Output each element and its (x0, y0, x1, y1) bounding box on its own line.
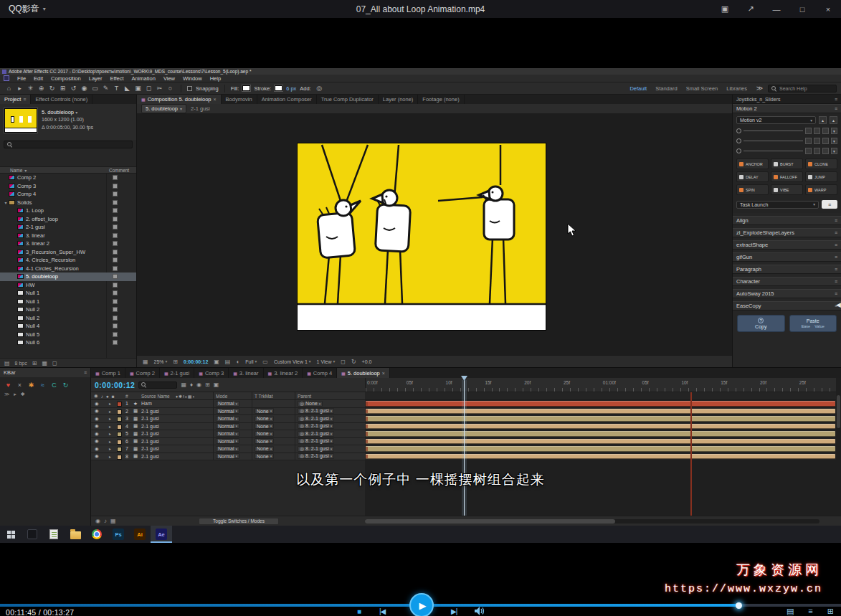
motion-arrow-button[interactable]: ▾ (831, 148, 837, 154)
column-number[interactable]: # (125, 392, 128, 399)
pan-behind-tool[interactable]: ◉ (80, 85, 89, 92)
rotation-tool[interactable]: ↺ (69, 85, 78, 92)
layer-color-chip[interactable] (117, 432, 122, 437)
layer-duration-bar[interactable] (366, 409, 835, 414)
horizontal-scrollbar[interactable] (365, 519, 819, 523)
column-source-name[interactable]: Source Name (141, 392, 170, 399)
puppet-pin-tool[interactable]: ○ (166, 85, 175, 92)
panel-easecopy[interactable]: EaseCopy≡ (733, 301, 841, 311)
copy-ease-button[interactable]: ? Copy (737, 315, 785, 332)
layer-color-chip[interactable] (117, 425, 122, 430)
region-of-interest-icon[interactable]: ▭ (262, 359, 268, 365)
taskbar-app-console[interactable] (22, 526, 43, 543)
warp-button[interactable]: WARP (805, 184, 837, 195)
panel-extractshape[interactable]: extractShape≡ (733, 240, 841, 250)
comp-current-time[interactable]: 0:00:00:12 (184, 359, 208, 364)
label-chip[interactable] (113, 250, 118, 255)
trkmat-value[interactable]: None ▾ (255, 408, 274, 414)
comp-tab[interactable]: Footage (none) (418, 95, 464, 104)
label-chip[interactable] (113, 233, 118, 238)
kbar-heart-icon[interactable]: ♥ (4, 381, 12, 389)
bit-depth[interactable]: 8 bpc (15, 361, 27, 366)
parent-value[interactable]: ◎ 8. 2-1 gusi ▾ (298, 423, 334, 429)
layer-color-chip[interactable] (117, 455, 122, 460)
menu-effect[interactable]: Effect (110, 75, 123, 82)
project-item[interactable]: 2-1 gusi (0, 223, 136, 232)
fill-swatch[interactable] (242, 85, 250, 91)
panel-menu-icon[interactable]: ≡ (84, 370, 87, 375)
panel-menu-icon[interactable]: ≡ (835, 242, 837, 247)
motion-mini-button[interactable] (822, 128, 829, 134)
mode-value[interactable]: Normal ▾ (216, 453, 239, 459)
workspace-standard[interactable]: Standard (655, 85, 677, 92)
slider-track[interactable] (743, 141, 803, 141)
close-icon[interactable]: × (815, 0, 841, 18)
project-item[interactable]: 4. Circles_Recursion (0, 256, 136, 265)
composition-mini-icon[interactable]: ▦ (181, 382, 186, 388)
panel-menu-icon[interactable]: ≡ (835, 97, 837, 102)
layer-duration-bar[interactable] (366, 416, 835, 422)
motion-mini-button[interactable] (814, 128, 820, 134)
slider-knob-icon[interactable] (736, 128, 741, 133)
label-chip[interactable] (113, 274, 118, 279)
label-chip[interactable] (113, 283, 118, 288)
fullscreen-icon[interactable]: ⊞ (827, 607, 834, 616)
grid-guides-icon[interactable]: ⊞ (173, 359, 178, 365)
menu-layer[interactable]: Layer (89, 75, 103, 82)
anchor-preset-icon[interactable]: ▴ (819, 116, 827, 124)
show-snapshot-icon[interactable]: ▤ (225, 359, 231, 365)
timeline-tab[interactable]: ▦Comp 1 (91, 368, 125, 378)
panel-collapse-arrow[interactable]: ◀ (836, 301, 841, 308)
layer-color-chip[interactable] (117, 417, 122, 422)
start-button[interactable] (0, 526, 22, 543)
kbar-overflow-icon[interactable]: ≫ (4, 392, 9, 397)
menu-window[interactable]: Window (183, 75, 202, 82)
orbit-camera-tool[interactable]: ↻ (47, 85, 57, 92)
motion-mini-button[interactable] (814, 138, 820, 144)
paste-ease-option[interactable]: Ease (802, 324, 811, 328)
label-chip[interactable] (113, 184, 118, 189)
expand-icon[interactable]: ▸ (109, 415, 111, 422)
label-chip[interactable] (113, 241, 118, 246)
switches-mini-icon[interactable]: ▦ (110, 518, 116, 524)
panel-kbar[interactable]: KBar ≡ (0, 368, 90, 377)
mode-value[interactable]: Normal ▾ (216, 438, 239, 444)
parent-value[interactable]: ◎ 8. 2-1 gusi ▾ (298, 431, 334, 437)
comp-thumbnail[interactable] (4, 108, 37, 133)
eye-icon[interactable]: ◉ (95, 423, 99, 430)
trkmat-value[interactable]: None ▾ (255, 453, 274, 459)
tab-joysticks-n-sliders[interactable]: Joysticks_n_Sliders ≡ (733, 95, 841, 104)
task-launch-dropdown[interactable]: Task Launch ▾ (736, 201, 819, 209)
motion-blur-icon[interactable]: ◉ (196, 382, 201, 388)
pan-camera-tool[interactable]: ⊞ (58, 85, 67, 92)
layer-mode-dropdown[interactable]: Normal ▾ (213, 445, 249, 452)
scrollbar-thumb[interactable] (365, 519, 615, 523)
scrollbar-thumb[interactable] (837, 395, 840, 428)
layer-trkmat-dropdown[interactable]: None ▾ (252, 453, 290, 460)
label-chip[interactable] (113, 307, 118, 312)
app-menu[interactable]: QQ影音 ▾ (9, 3, 46, 15)
layer-parent-dropdown[interactable]: ◎ 8. 2-1 gusi ▾ (295, 408, 364, 415)
progress-handle[interactable] (736, 602, 742, 609)
eye-icon[interactable]: ◉ (95, 453, 99, 460)
layer-trkmat-dropdown[interactable] (252, 400, 290, 407)
layer-mode-dropdown[interactable]: Normal ▾ (213, 415, 249, 422)
view-count-select[interactable]: 1 View▾ (317, 359, 336, 364)
panel-menu-icon[interactable]: ≡ (835, 279, 837, 284)
kbar-burst-icon[interactable]: ✱ (27, 381, 35, 389)
project-item[interactable]: Null 6 (0, 338, 136, 347)
kbar-close-icon[interactable]: × (16, 381, 24, 389)
project-item[interactable]: Null 5 (0, 331, 136, 339)
home-tool[interactable]: ⌂ (4, 85, 14, 92)
column-comment[interactable]: Comment (109, 168, 129, 173)
project-item[interactable]: 1. Loop (0, 207, 136, 215)
eye-icon[interactable]: ◉ (95, 400, 99, 407)
snapshot-icon[interactable]: ▤ (787, 607, 794, 616)
expand-layers-icon[interactable]: ◉ (95, 518, 100, 524)
timeline-tab[interactable]: ▦5. doubleloop× (337, 368, 390, 378)
label-chip[interactable] (113, 299, 118, 304)
roto-brush-tool[interactable]: ✂ (155, 85, 164, 92)
eye-icon[interactable]: ◉ (95, 415, 99, 422)
mode-value[interactable]: Normal ▾ (216, 408, 239, 414)
taskbar-app-chrome[interactable] (86, 526, 108, 543)
